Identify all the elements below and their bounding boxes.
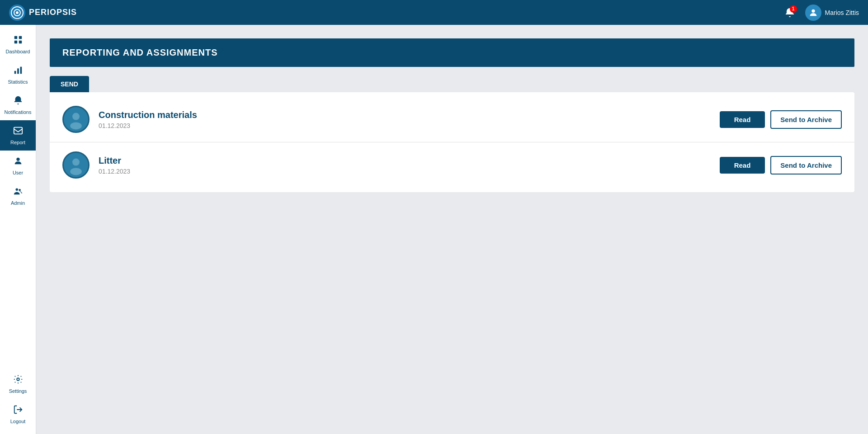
reports-list: Construction materials 01.12.2023 Read S… [50,92,854,192]
navbar-logo: PERIOPSIS [9,5,77,21]
sidebar-item-admin-label: Admin [11,200,25,206]
sidebar-item-admin[interactable]: Admin [0,181,36,211]
dashboard-icon [13,35,23,47]
tab-bar: SEND [50,76,854,92]
read-button-1[interactable]: Read [720,111,765,128]
svg-rect-10 [20,67,22,74]
sidebar-item-dashboard[interactable]: Dashboard [0,29,36,60]
svg-rect-8 [14,71,16,74]
report-icon [13,126,23,138]
app-title: PERIOPSIS [29,8,77,17]
svg-rect-9 [17,68,19,74]
sidebar-item-notifications-label: Notifications [5,109,32,115]
page-title: REPORTING AND ASSIGNMENTS [50,38,854,67]
sidebar-bottom: Settings Logout [9,369,27,429]
report-actions-1: Read Send to Archive [720,110,842,129]
report-title-1: Construction materials [99,110,711,120]
sidebar-item-notifications[interactable]: Notifications [0,90,36,120]
sidebar-item-settings[interactable]: Settings [9,369,27,399]
svg-point-13 [15,189,18,191]
admin-icon [13,186,23,198]
svg-rect-7 [19,41,21,43]
sidebar-item-statistics-label: Statistics [8,79,28,85]
sidebar-item-user[interactable]: User [0,151,36,181]
navbar: PERIOPSIS 1 Marios Zittis [0,0,868,25]
notifications-icon [13,95,23,108]
svg-point-12 [16,158,19,161]
logout-icon [13,405,23,417]
svg-rect-5 [19,36,21,39]
svg-point-3 [811,9,815,12]
svg-point-20 [72,159,80,166]
user-name: Marios Zittis [825,9,859,16]
archive-button-2[interactable]: Send to Archive [770,156,842,175]
sidebar-item-statistics[interactable]: Statistics [0,60,36,90]
report-info-2: Litter 01.12.2023 [99,156,711,175]
report-info-1: Construction materials 01.12.2023 [99,110,711,129]
report-actions-2: Read Send to Archive [720,156,842,175]
user-icon [13,156,23,168]
user-menu[interactable]: Marios Zittis [805,5,859,21]
report-date-2: 01.12.2023 [99,168,711,175]
read-button-2[interactable]: Read [720,157,765,174]
svg-point-14 [19,189,21,191]
sidebar-item-report[interactable]: Report [0,120,36,151]
archive-button-1[interactable]: Send to Archive [770,110,842,129]
user-avatar-icon [805,5,821,21]
bell-badge: 1 [790,5,797,13]
svg-rect-11 [14,127,22,134]
sidebar: Dashboard Statistics Notifications Repor… [0,25,36,434]
sidebar-item-logout[interactable]: Logout [9,399,27,429]
svg-point-18 [70,122,82,129]
svg-point-21 [70,168,82,175]
report-date-1: 01.12.2023 [99,122,711,129]
svg-rect-6 [14,41,17,43]
svg-rect-4 [14,36,17,39]
report-item-2: Litter 01.12.2023 Read Send to Archive [50,142,854,188]
sidebar-item-user-label: User [13,170,23,175]
svg-point-17 [72,113,80,120]
sidebar-item-report-label: Report [10,140,25,145]
logo-icon [9,5,25,21]
notification-bell[interactable]: 1 [782,5,798,21]
sidebar-item-settings-label: Settings [9,388,27,394]
report-item-1: Construction materials 01.12.2023 Read S… [50,97,854,142]
settings-icon [13,374,23,387]
report-avatar-1 [62,106,90,133]
main-content: REPORTING AND ASSIGNMENTS SEND Construct… [36,25,868,434]
report-title-2: Litter [99,156,711,166]
sidebar-item-dashboard-label: Dashboard [6,49,30,54]
statistics-icon [13,65,23,77]
report-avatar-2 [62,151,90,179]
navbar-right: 1 Marios Zittis [782,5,859,21]
tab-send[interactable]: SEND [50,76,89,92]
sidebar-item-logout-label: Logout [10,419,26,424]
svg-point-15 [17,378,19,381]
svg-point-2 [16,11,19,14]
